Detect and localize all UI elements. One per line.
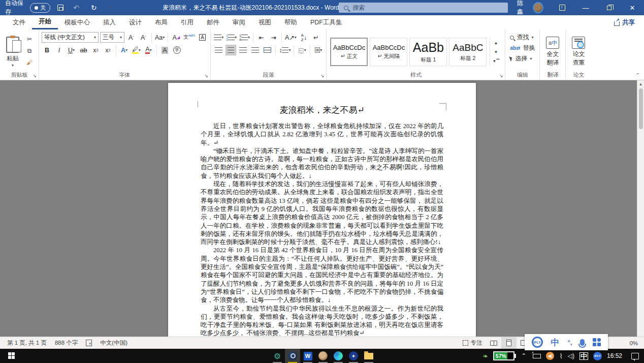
align-center-button[interactable] (226, 45, 236, 55)
scroll-up-arrow[interactable]: ▲ (637, 80, 644, 87)
multilevel-list-button[interactable]: 1a▾ (239, 32, 250, 43)
tab-pdf-tools[interactable]: PDF工具集 (304, 15, 349, 29)
line-spacing-button[interactable]: ↕▾ (278, 45, 291, 55)
find-button[interactable]: 查找 ▾ (510, 33, 535, 42)
phonetic-guide-button[interactable]: 文wén (183, 32, 196, 43)
styles-dialog-launcher[interactable]: ↘ (499, 73, 503, 78)
avatar[interactable] (533, 2, 543, 13)
change-case-button[interactable]: Aa▾ (154, 32, 165, 43)
ime-toolbar[interactable]: iFLY 中 °, (525, 334, 608, 350)
font-dialog-launcher[interactable]: ↘ (205, 73, 209, 78)
ifly-tray-icon[interactable]: iFLY (593, 352, 602, 360)
clock[interactable]: 16:52 (607, 352, 622, 359)
vertical-scrollbar[interactable]: ▲ (637, 80, 644, 337)
autosave-toggle[interactable]: 自动保存 关 (5, 0, 50, 16)
ifly-logo-icon[interactable]: iFLY (532, 337, 543, 348)
tab-file[interactable]: 文件 (6, 15, 32, 29)
language-indicator[interactable]: 中文(中国) (96, 337, 132, 349)
enclose-characters-button[interactable]: 字 (172, 45, 182, 55)
focus-mode-button[interactable]: 专注 (459, 337, 486, 349)
tab-home[interactable]: 开始 (32, 15, 58, 29)
hidden-icons-chevron[interactable]: ⌃ (521, 352, 526, 359)
customize-quick-access-button[interactable]: ▾ (104, 1, 117, 14)
account-area[interactable]: 陈鑫 (517, 0, 543, 16)
styles-scroll-down-button[interactable]: ▼ (490, 47, 501, 56)
proofing-status[interactable] (82, 337, 96, 349)
bullets-button[interactable]: ▾ (213, 32, 224, 43)
tab-design[interactable]: 设计 (122, 15, 148, 29)
minimize-button[interactable]: — (574, 0, 597, 15)
scrollbar-thumb[interactable] (639, 88, 643, 129)
ime-panel-icon[interactable] (593, 338, 601, 346)
strikethrough-button[interactable]: ab (78, 45, 89, 55)
text-effects-button[interactable]: A▾ (119, 45, 130, 55)
style-normal[interactable]: AaBbCcDc ↵ 正文 (330, 38, 368, 66)
font-size-select[interactable]: 三号▾ (100, 32, 124, 43)
search-box[interactable] (339, 3, 508, 13)
font-name-select[interactable]: 等线 (中文正文)▾ (42, 32, 99, 43)
ime-microphone-icon[interactable] (580, 339, 585, 346)
search-input[interactable] (352, 4, 485, 11)
ime-punctuation-button[interactable]: °, (568, 339, 572, 346)
full-text-translate-button[interactable]: a中 全文 翻译 (542, 32, 563, 72)
clear-formatting-button[interactable]: A◢ (171, 32, 181, 43)
tab-help[interactable]: 帮助 (278, 15, 304, 29)
word-count[interactable]: 888 个字 (51, 337, 82, 349)
power-plug-icon[interactable] (533, 354, 541, 358)
taskbar-browser-app[interactable] (315, 349, 331, 363)
character-border-button[interactable]: A (197, 32, 208, 43)
replace-button[interactable]: ab⇄ 替换 (510, 44, 535, 52)
taskbar-file-explorer[interactable] (361, 349, 376, 363)
select-button[interactable]: 选择 ▾ (510, 54, 535, 63)
tab-mailings[interactable]: 邮件 (200, 15, 226, 29)
font-color-button[interactable]: A▾ (143, 45, 154, 55)
increase-indent-button[interactable]: ⇥ (268, 32, 279, 43)
undo-button[interactable]: ↶▾ (71, 1, 84, 14)
underline-button[interactable]: U▾ (66, 45, 77, 55)
cut-button[interactable]: ✂ (24, 34, 35, 44)
ribbon-display-options-button[interactable] (551, 0, 574, 15)
restore-button[interactable] (597, 0, 621, 15)
sort-button[interactable]: AZ↓ (299, 32, 309, 43)
shading-button[interactable]: ◱▾ (297, 45, 307, 55)
read-mode-button[interactable] (486, 337, 501, 349)
taskbar-netdisk-app[interactable]: ✦ (346, 349, 361, 363)
tab-insert[interactable]: 插入 (96, 15, 122, 29)
highlight-color-button[interactable]: 🖊▾ (131, 45, 142, 55)
decrease-indent-button[interactable]: ⇤ (256, 32, 267, 43)
tab-review[interactable]: 审阅 (226, 15, 252, 29)
ime-language-indicator[interactable]: 中 (579, 352, 588, 360)
grow-font-button[interactable]: Aˆ (126, 32, 137, 43)
distribute-button[interactable] (262, 45, 273, 55)
battery-indicator[interactable]: 57% (493, 351, 516, 360)
ime-mode-button[interactable]: 中 (551, 337, 560, 348)
sound-app-icon[interactable]: ◀) (546, 352, 554, 360)
eco-mode-icon[interactable]: ❧ (482, 352, 488, 360)
redo-button[interactable]: ↻ (88, 1, 101, 14)
zoom-level[interactable]: 0% (628, 340, 641, 346)
start-button[interactable] (0, 349, 23, 363)
paragraph-dialog-launcher[interactable]: ↘ (320, 73, 325, 78)
shrink-font-button[interactable]: Aˇ (138, 32, 149, 43)
document-page[interactable]: 麦浪稻米，来之不易↵ 近日，世界粮食计划署发出警告称，全球粮食危机持续加深，仅在… (168, 83, 476, 337)
taskbar-settings-app[interactable]: ⚙ (270, 349, 285, 363)
taskbar-word-app[interactable]: W (300, 349, 315, 363)
tab-references[interactable]: 引用 (174, 15, 200, 29)
format-painter-button[interactable]: 🖌 (24, 57, 35, 68)
character-shading-button[interactable]: A (159, 45, 170, 55)
save-button[interactable] (54, 1, 67, 14)
styles-gallery-more-button[interactable]: ▼▔ (490, 56, 501, 66)
document-canvas[interactable]: 麦浪稻米，来之不易↵ 近日，世界粮食计划署发出警告称，全球粮食危机持续加深，仅在… (0, 80, 644, 337)
italic-button[interactable]: I (54, 45, 65, 55)
taskbar-edge-app[interactable] (331, 349, 346, 363)
justify-button[interactable] (250, 45, 261, 55)
tab-template-center[interactable]: 模板中心 (58, 15, 96, 29)
style-heading-1[interactable]: AaBb 标题 1 (409, 38, 447, 66)
volume-icon[interactable]: ◁) (568, 352, 574, 359)
show-hide-marks-button[interactable]: ↵ (311, 32, 321, 43)
paste-button[interactable]: 粘贴 ▾ (3, 32, 23, 72)
style-heading-2[interactable]: AaBbC 标题 2 (449, 38, 487, 66)
tab-layout[interactable]: 布局 (148, 15, 174, 29)
page-indicator[interactable]: 第 1 页, 共 1 页 (3, 337, 51, 349)
superscript-button[interactable]: x2 (103, 45, 113, 55)
